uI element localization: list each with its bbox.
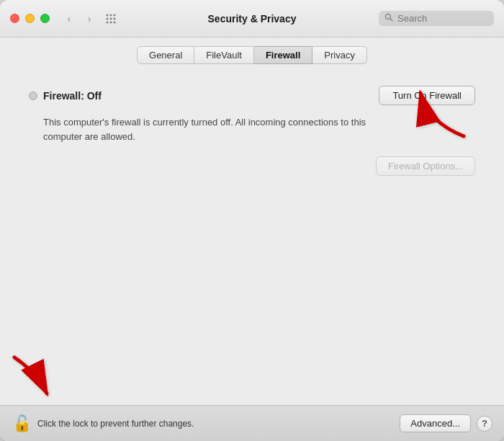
firewall-status-label: Firewall: Off	[43, 90, 102, 102]
svg-point-3	[107, 17, 109, 19]
titlebar: ‹ › Security & Privacy	[0, 0, 504, 37]
forward-button[interactable]: ›	[81, 11, 97, 27]
window: ‹ › Security & Privacy	[0, 0, 504, 441]
bottombar: 🔓 Click the lock to prevent further chan…	[0, 405, 504, 441]
lock-icon: 🔓	[12, 414, 32, 433]
arrow-turn-on	[413, 86, 471, 146]
svg-point-4	[110, 17, 112, 19]
firewall-status-left: Firewall: Off	[29, 90, 102, 102]
search-input[interactable]	[397, 13, 488, 24]
svg-point-8	[114, 21, 116, 23]
window-title: Security & Privacy	[208, 13, 297, 24]
svg-point-5	[114, 17, 116, 19]
minimize-button[interactable]	[25, 14, 35, 23]
grid-button[interactable]	[103, 11, 119, 27]
tab-privacy[interactable]: Privacy	[312, 46, 367, 64]
tab-general[interactable]: General	[137, 46, 194, 64]
firewall-options-row: Firewall Options...	[29, 156, 475, 176]
back-button[interactable]: ‹	[61, 11, 77, 27]
tabbar: General FileVault Firewall Privacy	[0, 37, 504, 71]
search-bar[interactable]	[379, 11, 494, 26]
maximize-button[interactable]	[40, 14, 50, 23]
content-area: Firewall: Off Turn On Firewall This comp…	[0, 71, 504, 405]
svg-point-7	[110, 21, 112, 23]
help-button[interactable]: ?	[477, 416, 492, 432]
nav-buttons: ‹ ›	[61, 11, 97, 27]
firewall-options-button[interactable]: Firewall Options...	[376, 156, 475, 176]
svg-point-0	[107, 14, 109, 16]
svg-point-2	[114, 14, 116, 16]
search-icon	[384, 13, 393, 24]
svg-point-6	[107, 21, 109, 23]
bottom-right-buttons: Advanced... ?	[400, 414, 492, 432]
svg-point-9	[386, 14, 391, 19]
svg-point-1	[110, 14, 112, 16]
traffic-lights	[10, 14, 50, 23]
firewall-status-row: Firewall: Off Turn On Firewall	[29, 86, 475, 105]
lock-label: Click the lock to prevent further change…	[37, 419, 400, 429]
close-button[interactable]	[10, 14, 19, 23]
tab-firewall[interactable]: Firewall	[254, 46, 312, 64]
lock-icon-button[interactable]: 🔓	[12, 414, 32, 434]
tab-filevault[interactable]: FileVault	[194, 46, 254, 64]
svg-line-10	[390, 19, 392, 21]
advanced-button[interactable]: Advanced...	[400, 414, 471, 432]
firewall-description: This computer's firewall is currently tu…	[43, 115, 403, 143]
status-indicator	[29, 92, 37, 100]
